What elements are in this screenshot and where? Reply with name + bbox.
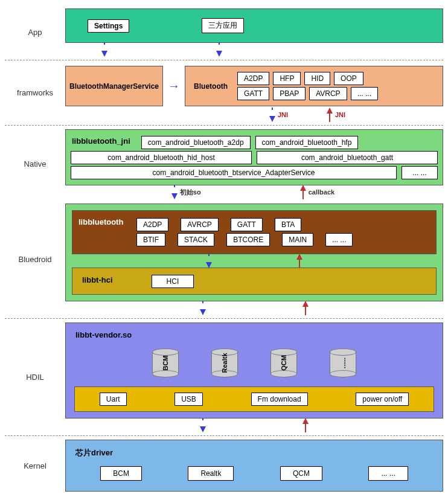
arrow-up-icon [327, 107, 333, 122]
hdil-title: libbt-vendor.so [74, 329, 434, 343]
cyl-bcm-label: BCM [162, 355, 169, 370]
native-title: libbluetooth_jni [71, 135, 136, 149]
arrow-right-icon: → [168, 66, 180, 106]
layer-label-app: App [5, 8, 65, 56]
app-container: Settings 三方应用 [65, 8, 443, 43]
box-thirdparty: 三方应用 [202, 18, 244, 33]
profile-pbap: PBAP [273, 87, 306, 100]
transport-fm: Fm download [251, 393, 308, 406]
cylinder-qcm: QCM [270, 348, 297, 377]
transport-uart: Uart [100, 393, 127, 406]
init-label: 初始so [180, 188, 201, 197]
profile-gatt: GATT [237, 87, 269, 100]
cylinder-realtk: Realtk [211, 348, 238, 377]
layer-label-bluedroid: Bluedroid [5, 204, 65, 315]
lib-btcore: BTCORE [226, 233, 270, 246]
jni-hid: com_android_bluetooth_hid_host [71, 151, 252, 164]
hci-title: libbt-hci [81, 274, 115, 288]
profile-a2dp: A2DP [237, 72, 269, 85]
libbt-hci-container: libbt-hci HCI [72, 268, 437, 295]
libbluetooth-container: libbluetooth A2DP AVRCP GATT BTA BTIF ST… [72, 210, 437, 254]
transport-usb: USB [174, 393, 203, 406]
lib-more: ... ... [325, 233, 353, 246]
bluedroid-container: libbluetooth A2DP AVRCP GATT BTA BTIF ST… [65, 204, 443, 301]
kernel-title: 芯片driver [74, 446, 434, 462]
cylinder-bcm: BCM [152, 348, 179, 377]
box-bms: BluetoothManagerService [65, 66, 163, 106]
box-bluetooth: Bluetooth A2DP HFP HID OOP GATT PBAP AVR… [185, 66, 443, 106]
separator [5, 318, 443, 319]
jni-adapter: com_android_bluetooth_btservice_AdapterS… [71, 166, 397, 179]
profile-more: ... ... [351, 87, 378, 100]
profile-avrcp: AVRCP [309, 87, 347, 100]
chip-realtk: Realtk [188, 466, 234, 481]
layer-native: Native libbluetooth_jni com_android_blue… [5, 127, 443, 201]
jni-a2dp: com_android_bluetooth_a2dp [141, 136, 251, 149]
lib-a2dp: A2DP [136, 218, 168, 231]
arrow-down-icon [200, 418, 206, 432]
arrow-down-icon [171, 185, 178, 199]
lib-title: libbluetooth [77, 216, 132, 230]
arrow-down-icon [206, 254, 212, 268]
arrow-up-icon [302, 418, 309, 432]
arrow-up-icon [302, 301, 309, 315]
hdil-container: libbt-vendor.so BCM Realtk QCM ...... Ua… [65, 322, 443, 419]
layer-bluedroid: Bluedroid libbluetooth A2DP AVRCP GATT B… [5, 201, 443, 317]
cyl-realtk-label: Realtk [221, 353, 228, 373]
jni-label: JNI [278, 111, 288, 118]
profile-hfp: HFP [273, 72, 301, 85]
callback-label: callback [309, 188, 334, 196]
chip-more: ... ... [368, 466, 408, 481]
native-container: libbluetooth_jni com_android_bluetooth_a… [65, 129, 443, 185]
arrow-down-icon [200, 301, 206, 315]
layer-hdil: HDIL libbt-vendor.so BCM Realtk QCM ....… [5, 320, 443, 434]
bluetooth-title: Bluetooth [190, 82, 231, 91]
profile-oop: OOP [334, 72, 363, 85]
lib-avrcp: AVRCP [181, 218, 218, 231]
architecture-diagram: App Settings 三方应用 framworks BluetoothMan… [0, 0, 448, 494]
layer-label-kernel: Kernel [5, 440, 65, 492]
cyl-more-label: ...... [339, 358, 347, 368]
layer-frameworks: framworks BluetoothManagerService → Blue… [5, 62, 443, 124]
layer-app: App Settings 三方应用 [5, 6, 443, 59]
lib-gatt: GATT [231, 218, 263, 231]
separator [5, 435, 443, 436]
lib-main: MAIN [282, 233, 313, 246]
separator [5, 60, 443, 60]
chip-qcm: QCM [280, 466, 322, 481]
lib-btif: BTIF [136, 233, 165, 246]
layer-label-hdil: HDIL [5, 322, 65, 432]
lib-bta: BTA [275, 218, 301, 231]
layer-label-native: Native [5, 129, 65, 199]
kernel-container: 芯片driver BCM Realtk QCM ... ... [65, 440, 443, 492]
arrow-down-icon [269, 107, 275, 122]
jni-label: JNI [335, 111, 345, 118]
jni-more: ... ... [402, 166, 438, 179]
chip-bcm: BCM [100, 466, 142, 481]
transport-container: Uart USB Fm download power on/off [74, 387, 434, 412]
layer-label-frameworks: framworks [5, 64, 65, 121]
arrow-down-icon [216, 42, 222, 57]
cyl-qcm-label: QCM [280, 355, 287, 371]
hci-box: HCI [152, 275, 194, 288]
lib-stack: STACK [178, 233, 214, 246]
arrow-up-icon [296, 254, 302, 268]
box-settings: Settings [88, 19, 129, 33]
bms-label: BluetoothManagerService [69, 82, 159, 91]
cylinder-more: ...... [330, 348, 356, 377]
arrow-down-icon [101, 42, 107, 57]
transport-power: power on/off [356, 393, 409, 406]
separator [5, 125, 443, 126]
jni-gatt: com_android_bluetooth_gatt [257, 151, 438, 164]
arrow-up-icon [300, 185, 306, 199]
jni-hfp: com_android_bluetooth_hfp [255, 136, 359, 149]
layer-kernel: Kernel 芯片driver BCM Realtk QCM ... ... [5, 437, 443, 494]
profile-hid: HID [304, 72, 330, 85]
